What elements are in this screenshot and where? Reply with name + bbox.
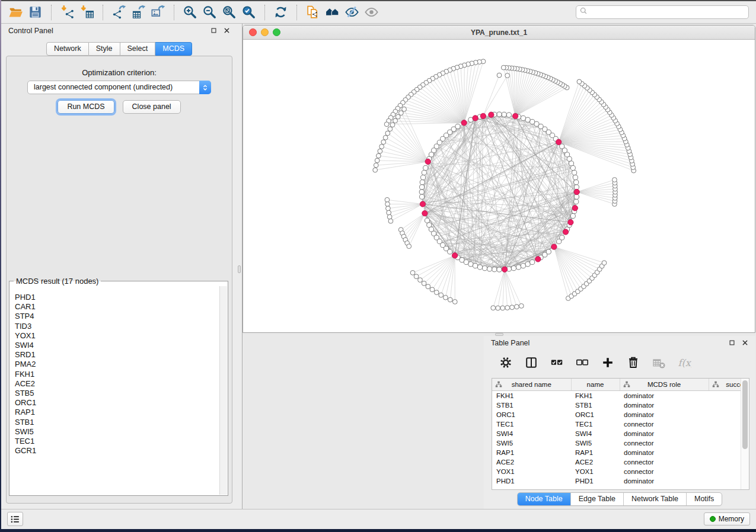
mcds-result-item[interactable]: PHD1 xyxy=(15,293,219,302)
network-node[interactable] xyxy=(497,112,502,117)
mcds-result-item[interactable]: STP4 xyxy=(15,312,219,321)
table-row[interactable]: FKH1FKH1dominator962 xyxy=(492,391,749,401)
network-node[interactable] xyxy=(379,145,384,149)
dominator-node[interactable] xyxy=(556,139,561,145)
network-node[interactable] xyxy=(420,194,425,199)
dominator-node[interactable] xyxy=(425,159,430,164)
network-node[interactable] xyxy=(388,127,393,132)
network-node[interactable] xyxy=(510,305,515,310)
float-panel-icon[interactable] xyxy=(210,27,217,34)
memory-button[interactable]: Memory xyxy=(704,512,750,525)
network-node[interactable] xyxy=(473,264,478,268)
save-session-button[interactable] xyxy=(25,4,45,21)
table-scrollbar[interactable] xyxy=(741,379,749,489)
close-window-icon[interactable] xyxy=(249,28,257,36)
network-node[interactable] xyxy=(452,300,457,305)
network-node[interactable] xyxy=(439,293,444,297)
tab-node-table[interactable]: Node Table xyxy=(518,493,571,505)
network-node[interactable] xyxy=(569,161,573,166)
network-node[interactable] xyxy=(577,79,582,84)
table-row[interactable]: STB1STB1dominator620 xyxy=(492,400,749,410)
network-node[interactable] xyxy=(386,206,391,211)
network-node[interactable] xyxy=(560,235,564,240)
select-stepper-icon[interactable] xyxy=(199,81,211,94)
network-node[interactable] xyxy=(497,73,502,78)
network-node[interactable] xyxy=(602,261,607,265)
close-panel-icon[interactable] xyxy=(223,27,230,34)
column-header-MCDS-role[interactable]: MCDS role xyxy=(620,379,709,391)
tab-network[interactable]: Network xyxy=(46,42,89,56)
create-column-button[interactable] xyxy=(600,355,615,370)
mcds-result-item[interactable]: SWI4 xyxy=(15,341,219,350)
network-node[interactable] xyxy=(385,202,390,207)
hide-selected-button[interactable] xyxy=(342,4,362,21)
network-node[interactable] xyxy=(422,281,426,286)
network-node[interactable] xyxy=(574,180,579,185)
dominator-node[interactable] xyxy=(572,206,578,211)
dominator-node[interactable] xyxy=(422,210,428,216)
network-node[interactable] xyxy=(418,278,423,283)
network-node[interactable] xyxy=(477,265,482,270)
mcds-result-item[interactable]: PMA2 xyxy=(15,360,219,369)
network-node[interactable] xyxy=(492,267,497,272)
table-row[interactable]: TEC1TEC1connector472 xyxy=(492,419,749,429)
network-node[interactable] xyxy=(505,306,510,310)
apply-layout-button[interactable] xyxy=(271,4,291,21)
zoom-selected-button[interactable] xyxy=(239,4,259,21)
show-all-button[interactable] xyxy=(362,4,381,21)
network-node[interactable] xyxy=(574,199,579,204)
network-node[interactable] xyxy=(530,119,535,124)
network-node[interactable] xyxy=(378,149,382,153)
tab-style[interactable]: Style xyxy=(89,42,120,56)
network-node[interactable] xyxy=(374,163,378,168)
network-node[interactable] xyxy=(521,116,525,120)
network-node[interactable] xyxy=(521,264,525,268)
network-node[interactable] xyxy=(497,267,502,272)
task-history-button[interactable] xyxy=(7,512,23,526)
tab-network-table[interactable]: Network Table xyxy=(624,493,687,505)
mcds-result-item[interactable]: STB1 xyxy=(15,418,219,427)
network-node[interactable] xyxy=(530,259,535,264)
zoom-in-button[interactable] xyxy=(180,4,200,21)
network-node[interactable] xyxy=(525,262,530,267)
network-node[interactable] xyxy=(448,249,452,254)
network-node[interactable] xyxy=(573,175,578,180)
network-node[interactable] xyxy=(385,197,390,202)
network-node[interactable] xyxy=(525,117,530,122)
column-header-shared-name[interactable]: shared name xyxy=(492,379,571,391)
dominator-node[interactable] xyxy=(480,113,486,118)
select-all-columns-button[interactable] xyxy=(549,355,564,370)
mcds-result-item[interactable]: TID3 xyxy=(15,322,219,331)
network-node[interactable] xyxy=(423,165,428,170)
table-row[interactable]: ACE2ACE2connector311 xyxy=(492,457,749,467)
network-node[interactable] xyxy=(420,180,425,185)
mcds-result-item[interactable]: RAP1 xyxy=(15,408,219,417)
table-row[interactable]: SWI5SWI5connector431 xyxy=(492,438,749,448)
table-row[interactable]: SWI4SWI4dominator462 xyxy=(492,429,749,438)
search-input[interactable] xyxy=(588,6,748,18)
network-node[interactable] xyxy=(398,111,403,116)
mcds-result-item[interactable]: ORC1 xyxy=(15,398,219,408)
network-node[interactable] xyxy=(464,259,468,264)
network-node[interactable] xyxy=(516,265,521,270)
horizontal-splitter[interactable] xyxy=(243,333,756,336)
network-node[interactable] xyxy=(515,305,519,309)
network-node[interactable] xyxy=(425,218,429,223)
open-file-button[interactable] xyxy=(6,4,25,21)
horizontal-splitter-handle[interactable] xyxy=(495,333,503,336)
network-node[interactable] xyxy=(426,284,430,289)
network-node[interactable] xyxy=(419,190,424,194)
network-node[interactable] xyxy=(570,165,575,170)
network-node[interactable] xyxy=(519,304,524,309)
network-node[interactable] xyxy=(387,214,392,219)
mcds-result-item[interactable]: FKH1 xyxy=(15,370,219,379)
network-node[interactable] xyxy=(496,306,500,310)
dominator-node[interactable] xyxy=(551,244,557,249)
network-node[interactable] xyxy=(613,178,617,182)
delete-column-button[interactable] xyxy=(626,355,641,370)
mcds-result-item[interactable]: GCR1 xyxy=(15,446,219,456)
show-column-panel-button[interactable] xyxy=(524,355,539,370)
mcds-result-item[interactable]: SWI5 xyxy=(15,427,219,437)
tab-motifs[interactable]: Motifs xyxy=(687,493,722,505)
vertical-splitter-handle[interactable] xyxy=(238,265,241,273)
